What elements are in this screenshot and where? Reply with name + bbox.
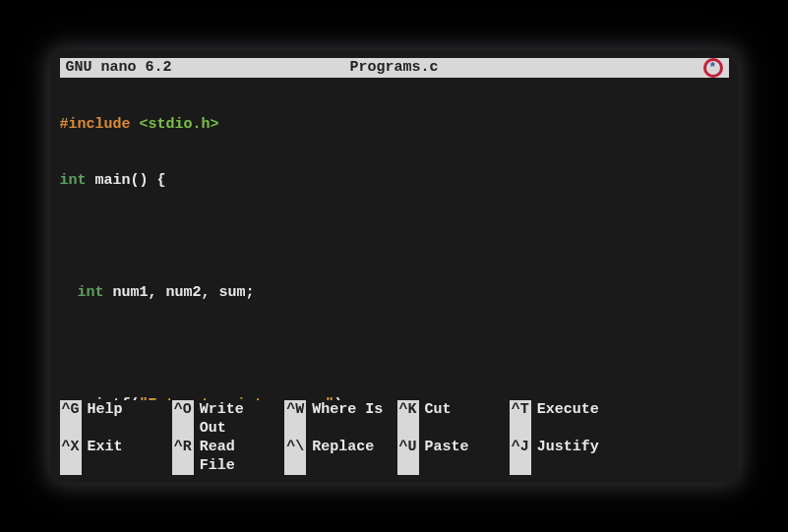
shortcut-key: ^X [60, 438, 82, 475]
editor-area[interactable]: #include <stdio.h> int main() { int num1… [60, 78, 729, 400]
shortcut-key: ^K [397, 400, 419, 438]
shortcut-label: Justify [537, 438, 599, 475]
shortcut-label: Write Out [200, 400, 278, 438]
modified-indicator: * [703, 58, 723, 78]
shortcut-label: Paste [425, 438, 469, 475]
shortcut-execute[interactable]: ^TExecute [510, 400, 616, 438]
shortcut-label: Read File [200, 438, 278, 475]
terminal-window: GNU nano 6.2 Programs.c * #include <stdi… [50, 50, 739, 483]
code-token: <stdio.h> [131, 116, 219, 133]
shortcut-label: Execute [537, 400, 599, 438]
code-token: int [78, 284, 104, 301]
shortcut-label: Help [88, 400, 123, 438]
code-token: main() { [87, 172, 166, 189]
shortcut-label: Where Is [312, 400, 383, 438]
shortcut-bar: ^GHelp ^XExit ^OWrite Out ^RRead File ^W… [60, 400, 729, 475]
filename: Programs.c [349, 59, 438, 77]
shortcut-key: ^T [510, 400, 531, 438]
titlebar: GNU nano 6.2 Programs.c * [60, 58, 729, 78]
asterisk-icon: * [709, 61, 717, 74]
code-token: num1, num2, sum; [104, 284, 255, 301]
shortcut-label: Replace [312, 438, 374, 475]
shortcut-key: ^J [510, 438, 531, 475]
shortcut-replace[interactable]: ^\Replace [284, 438, 391, 475]
shortcut-cut[interactable]: ^KCut [397, 400, 504, 438]
code-token: int [60, 172, 87, 189]
shortcut-whereis[interactable]: ^WWhere Is [284, 400, 391, 438]
shortcut-justify[interactable]: ^JJustify [510, 438, 616, 475]
shortcut-key: ^O [172, 400, 194, 438]
shortcut-label: Cut [425, 400, 452, 438]
shortcut-help[interactable]: ^GHelp [60, 400, 166, 438]
shortcut-exit[interactable]: ^XExit [60, 438, 166, 475]
app-name: GNU nano 6.2 [66, 59, 172, 77]
shortcut-writeout[interactable]: ^OWrite Out [172, 400, 278, 438]
code-token: #include [60, 116, 131, 133]
shortcut-key: ^\ [284, 438, 306, 475]
shortcut-key: ^G [60, 400, 82, 438]
shortcut-key: ^W [284, 400, 306, 438]
shortcut-key: ^R [172, 438, 194, 475]
shortcut-readfile[interactable]: ^RRead File [172, 438, 278, 475]
shortcut-label: Exit [88, 438, 123, 475]
shortcut-paste[interactable]: ^UPaste [397, 438, 504, 475]
shortcut-key: ^U [397, 438, 419, 475]
